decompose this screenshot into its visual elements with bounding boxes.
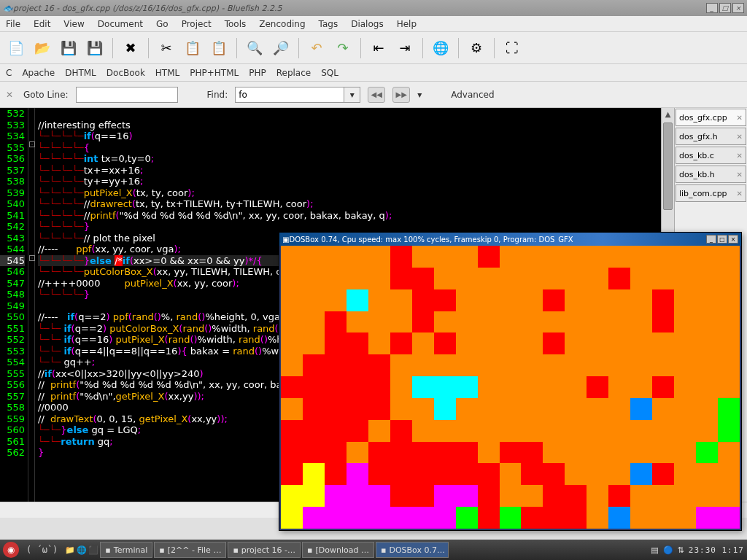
unindent-icon[interactable]: ⇤ xyxy=(367,36,390,60)
lang-c[interactable]: C xyxy=(6,68,12,78)
dosbox-canvas xyxy=(281,246,740,529)
goto-input[interactable] xyxy=(76,87,178,103)
cut-icon[interactable]: ✂ xyxy=(155,36,178,60)
new-file-icon[interactable]: 📄 xyxy=(4,36,28,60)
search-bar: ✕ Goto Line: Find: ▾ ◀◀ ▶▶ ▾ Advanced xyxy=(0,82,747,108)
search-replace-icon[interactable]: 🔎 xyxy=(269,36,293,60)
lang-docbook[interactable]: DocBook xyxy=(107,68,145,78)
clock: 23:30 1:17 xyxy=(689,545,744,555)
dosbox-titlebar[interactable]: ▣ DOSBox 0.74, Cpu speed: max 100% cycle… xyxy=(279,233,741,246)
emoticon: ( ´ω`) xyxy=(26,545,58,555)
language-bar: CApacheDHTMLDocBookHTMLPHP+HTMLPHPReplac… xyxy=(0,64,747,82)
tray-icon[interactable]: 🌐 xyxy=(77,545,87,555)
fold-marker-icon[interactable]: - xyxy=(29,141,35,147)
goto-label: Goto Line: xyxy=(23,90,69,100)
paste-icon[interactable]: 📋 xyxy=(207,36,231,60)
close-goto-icon[interactable]: ✕ xyxy=(6,90,16,100)
scroll-up-icon[interactable]: ▲ xyxy=(662,108,674,120)
tab-close-icon[interactable]: ✕ xyxy=(737,114,743,122)
close-file-icon[interactable]: ✖ xyxy=(119,36,142,60)
menu-view[interactable]: View xyxy=(63,19,84,29)
file-tab[interactable]: dos_gfx.h✕ xyxy=(676,128,746,145)
lang-sql[interactable]: SQL xyxy=(321,68,338,78)
tab-close-icon[interactable]: ✕ xyxy=(737,152,743,160)
redo-icon[interactable]: ↷ xyxy=(331,36,355,60)
system-tray: ▤ 🔵 ⇅ 23:30 1:17 xyxy=(651,545,744,555)
maximize-button[interactable]: □ xyxy=(719,3,731,13)
window-titlebar: 🐟 project 16 - dos_gfx.cpp (/dos/z/16/16… xyxy=(0,0,747,16)
tab-close-icon[interactable]: ✕ xyxy=(737,133,743,141)
tab-close-icon[interactable]: ✕ xyxy=(737,171,743,179)
lang-php+html[interactable]: PHP+HTML xyxy=(190,68,239,78)
dosbox-maximize-button[interactable]: □ xyxy=(717,235,727,244)
app-icon: 🐟 xyxy=(3,4,13,13)
file-tab[interactable]: dos_gfx.cpp✕ xyxy=(676,109,746,126)
dosbox-title: DOSBox 0.74, Cpu speed: max 100% cycles,… xyxy=(289,236,706,244)
save-icon[interactable]: 💾 xyxy=(57,36,80,60)
dosbox-window[interactable]: ▣ DOSBox 0.74, Cpu speed: max 100% cycle… xyxy=(279,232,742,531)
lang-html[interactable]: HTML xyxy=(155,68,179,78)
lang-replace[interactable]: Replace xyxy=(276,68,311,78)
scroll-thumb[interactable] xyxy=(663,122,673,210)
tray-icon[interactable]: ⬛ xyxy=(88,545,98,555)
file-tab[interactable]: dos_kb.c✕ xyxy=(676,147,746,164)
taskbar: ◉ ( ´ω`) 📁 🌐 ⬛ ▪Terminal▪[2^^ - File …▪p… xyxy=(0,540,747,560)
save-all-icon[interactable]: 💾 xyxy=(83,36,107,60)
dosbox-icon: ▣ xyxy=(282,236,289,244)
file-tab[interactable]: dos_kb.h✕ xyxy=(676,166,746,183)
tab-close-icon[interactable]: ✕ xyxy=(737,190,743,198)
menu-document[interactable]: Document xyxy=(98,19,143,29)
taskbar-item[interactable]: ▪Terminal xyxy=(100,542,152,558)
copy-icon[interactable]: 📋 xyxy=(181,36,204,60)
minimize-button[interactable]: _ xyxy=(706,3,718,13)
taskbar-item[interactable]: ▪[Download … xyxy=(302,542,374,558)
find-prev-button[interactable]: ◀◀ xyxy=(368,87,385,103)
menu-edit[interactable]: Edit xyxy=(34,19,50,29)
find-input[interactable] xyxy=(235,87,344,103)
fold-marker-icon[interactable]: - xyxy=(29,255,35,261)
tray-icon[interactable]: 🔵 xyxy=(663,545,673,555)
undo-icon[interactable]: ↶ xyxy=(305,36,328,60)
taskbar-item[interactable]: ▪[2^^ - File … xyxy=(154,542,226,558)
main-toolbar: 📄 📂 💾 💾 ✖ ✂ 📋 📋 🔍 🔎 ↶ ↷ ⇤ ⇥ 🌐 ⚙ ⛶ xyxy=(0,32,747,64)
menu-dialogs[interactable]: Dialogs xyxy=(351,19,383,29)
browser-icon[interactable]: 🌐 xyxy=(429,36,452,60)
taskbar-item[interactable]: ▪project 16 -… xyxy=(228,542,301,558)
open-file-icon[interactable]: 📂 xyxy=(31,36,54,60)
lang-dhtml[interactable]: DHTML xyxy=(65,68,96,78)
window-controls: _ □ × xyxy=(706,3,744,13)
fold-column: - - xyxy=(28,108,35,502)
tray-icon[interactable]: ▤ xyxy=(651,545,658,555)
indent-icon[interactable]: ⇥ xyxy=(393,36,417,60)
taskbar-item[interactable]: ▪DOSBox 0.7… xyxy=(376,542,449,558)
menu-help[interactable]: Help xyxy=(397,19,417,29)
file-tab[interactable]: lib_com.cpp✕ xyxy=(676,184,746,202)
dosbox-close-button[interactable]: × xyxy=(728,235,738,244)
menu-tags[interactable]: Tags xyxy=(319,19,338,29)
preferences-icon[interactable]: ⚙ xyxy=(465,36,488,60)
menu-bar: FileEditViewDocumentGoProjectToolsZencod… xyxy=(0,16,747,32)
window-title: project 16 - dos_gfx.cpp (/dos/z/16/16/d… xyxy=(13,4,706,13)
dosbox-minimize-button[interactable]: _ xyxy=(706,235,716,244)
menu-file[interactable]: File xyxy=(6,19,20,29)
find-label: Find: xyxy=(207,90,228,100)
menu-tools[interactable]: Tools xyxy=(225,19,247,29)
fullscreen-icon[interactable]: ⛶ xyxy=(500,36,524,60)
menu-project[interactable]: Project xyxy=(182,19,212,29)
start-button[interactable]: ◉ xyxy=(3,542,19,558)
tray-icon[interactable]: ⇅ xyxy=(678,545,684,555)
find-next-button[interactable]: ▶▶ xyxy=(392,87,410,103)
tray-icon[interactable]: 📁 xyxy=(65,545,75,555)
close-button[interactable]: × xyxy=(732,3,744,13)
line-gutter: 5325335345355365375385395405415425435445… xyxy=(0,108,28,459)
lang-apache[interactable]: Apache xyxy=(22,68,55,78)
advanced-link[interactable]: Advanced xyxy=(451,90,494,100)
lang-php[interactable]: PHP xyxy=(249,68,266,78)
menu-go[interactable]: Go xyxy=(156,19,169,29)
find-menu-icon[interactable]: ▾ xyxy=(417,90,422,100)
search-icon[interactable]: 🔍 xyxy=(243,36,266,60)
find-dropdown-icon[interactable]: ▾ xyxy=(344,87,360,103)
menu-zencoding[interactable]: Zencoding xyxy=(259,19,305,29)
